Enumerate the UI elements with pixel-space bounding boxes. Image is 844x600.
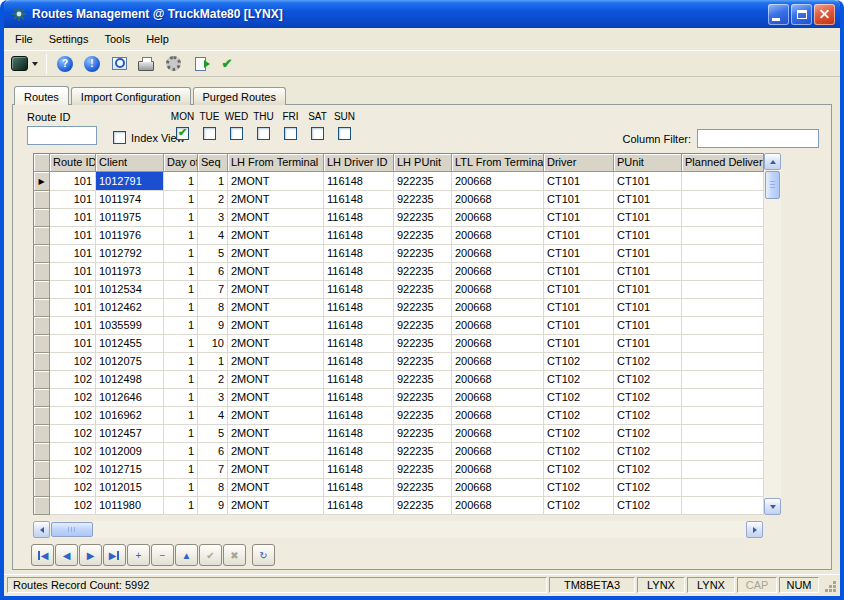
grid-cell[interactable]: 200668 [452, 371, 544, 389]
grid-cell[interactable]: CT101 [544, 191, 614, 209]
tab-purged-routes[interactable]: Purged Routes [193, 87, 286, 105]
column-header-lh-punit[interactable]: LH PUnit [394, 154, 452, 172]
grid-cell[interactable]: CT101 [544, 227, 614, 245]
grid-cell[interactable]: CT101 [544, 281, 614, 299]
table-row[interactable]: 1021012646132MONT116148922235200668CT102… [34, 389, 764, 407]
grid-cell[interactable]: 2MONT [228, 389, 324, 407]
grid-cell[interactable]: 922235 [394, 172, 452, 191]
grid-cell[interactable]: 922235 [394, 299, 452, 317]
grid-cell[interactable]: 116148 [324, 209, 394, 227]
grid-cell[interactable]: 101 [50, 245, 96, 263]
nav-insert-button[interactable]: + [127, 544, 150, 566]
grid-cell[interactable]: 4 [198, 227, 228, 245]
grid-cell[interactable]: 200668 [452, 497, 544, 515]
column-header-lh-driver-id[interactable]: LH Driver ID [324, 154, 394, 172]
grid-cell[interactable]: 102 [50, 461, 96, 479]
grid-cell[interactable]: 116148 [324, 317, 394, 335]
grid-cell[interactable]: 101 [50, 172, 96, 191]
grid-cell[interactable]: 4 [198, 407, 228, 425]
nav-first-button[interactable]: ◀ [31, 544, 54, 566]
grid-cell[interactable]: 922235 [394, 389, 452, 407]
grid-cell[interactable]: 1 [164, 245, 198, 263]
grid-cell[interactable] [682, 335, 764, 353]
table-row[interactable]: 1021012015182MONT116148922235200668CT102… [34, 479, 764, 497]
app-menu-button[interactable] [8, 52, 40, 76]
grid-cell[interactable]: 1011975 [96, 209, 164, 227]
grid-cell[interactable] [682, 281, 764, 299]
grid-cell[interactable]: 922235 [394, 461, 452, 479]
grid-cell[interactable]: 200668 [452, 191, 544, 209]
grid-cell[interactable]: CT102 [544, 389, 614, 407]
grid-cell[interactable]: CT101 [614, 245, 682, 263]
grid-cell[interactable]: CT101 [544, 299, 614, 317]
grid-cell[interactable]: 200668 [452, 443, 544, 461]
grid-cell[interactable]: 6 [198, 443, 228, 461]
grid-cell[interactable]: 922235 [394, 479, 452, 497]
grid-cell[interactable] [682, 479, 764, 497]
grid-cell[interactable]: 200668 [452, 281, 544, 299]
grid-cell[interactable]: 1 [164, 353, 198, 371]
grid-cell[interactable]: 1012075 [96, 353, 164, 371]
grid-cell[interactable]: 1012455 [96, 335, 164, 353]
export-button[interactable] [188, 52, 212, 76]
scroll-left-button[interactable] [33, 521, 50, 538]
grid-cell[interactable]: 200668 [452, 335, 544, 353]
grid-cell[interactable]: 1012498 [96, 371, 164, 389]
grid-cell[interactable]: 116148 [324, 479, 394, 497]
grid-cell[interactable]: CT101 [544, 335, 614, 353]
grid-cell[interactable]: 1 [164, 263, 198, 281]
grid-cell[interactable]: 1 [164, 425, 198, 443]
nav-next-button[interactable]: ▶ [79, 544, 102, 566]
table-row[interactable]: 1011012462182MONT116148922235200668CT101… [34, 299, 764, 317]
grid-cell[interactable]: 1012009 [96, 443, 164, 461]
grid-cell[interactable]: 922235 [394, 407, 452, 425]
grid-cell[interactable]: 1011980 [96, 497, 164, 515]
grid-cell[interactable]: 2MONT [228, 281, 324, 299]
grid-cell[interactable]: 116148 [324, 461, 394, 479]
menu-item-help[interactable]: Help [138, 30, 177, 48]
grid-cell[interactable]: 116148 [324, 425, 394, 443]
grid-cell[interactable]: 1012534 [96, 281, 164, 299]
grid-cell[interactable]: 8 [198, 299, 228, 317]
table-row[interactable]: 1011035599192MONT116148922235200668CT101… [34, 317, 764, 335]
grid-cell[interactable]: 200668 [452, 353, 544, 371]
grid-cell[interactable]: CT102 [544, 371, 614, 389]
table-row[interactable]: 1021012715172MONT116148922235200668CT102… [34, 461, 764, 479]
grid-cell[interactable]: 102 [50, 425, 96, 443]
title-bar[interactable]: Routes Management @ TruckMate80 [LYNX] [4, 0, 840, 28]
grid-cell[interactable]: 1 [164, 497, 198, 515]
grid-cell[interactable]: 200668 [452, 317, 544, 335]
grid-cell[interactable] [682, 317, 764, 335]
grid-cell[interactable]: 102 [50, 443, 96, 461]
grid-cell[interactable]: CT102 [614, 407, 682, 425]
grid-cell[interactable]: CT101 [614, 263, 682, 281]
grid-cell[interactable]: CT102 [614, 353, 682, 371]
grid-cell[interactable]: CT101 [614, 227, 682, 245]
grid-cell[interactable]: CT102 [614, 371, 682, 389]
grid-cell[interactable]: CT101 [614, 299, 682, 317]
grid-cell[interactable]: 1035599 [96, 317, 164, 335]
grid-cell[interactable]: 7 [198, 281, 228, 299]
grid-cell[interactable]: 2MONT [228, 407, 324, 425]
grid-cell[interactable] [682, 353, 764, 371]
close-button[interactable] [814, 4, 835, 25]
day-checkbox-sun[interactable] [338, 127, 351, 140]
table-row[interactable]: ▶1011012791112MONT116148922235200668CT10… [34, 172, 764, 191]
grid-cell[interactable]: 922235 [394, 281, 452, 299]
column-filter-input[interactable] [697, 129, 819, 148]
grid-cell[interactable]: 101 [50, 227, 96, 245]
grid-cell[interactable] [682, 497, 764, 515]
table-row[interactable]: 1021012075112MONT116148922235200668CT102… [34, 353, 764, 371]
grid-cell[interactable]: 2 [198, 191, 228, 209]
grid-cell[interactable]: 116148 [324, 245, 394, 263]
grid-cell[interactable] [682, 209, 764, 227]
grid-cell[interactable]: CT102 [614, 389, 682, 407]
tab-import-configuration[interactable]: Import Configuration [71, 87, 191, 105]
grid-cell[interactable]: 200668 [452, 389, 544, 407]
column-header-planned-delivery[interactable]: Planned Delivery [682, 154, 764, 172]
horizontal-scroll-thumb[interactable] [51, 522, 93, 537]
grid-cell[interactable]: 1 [164, 299, 198, 317]
grid-cell[interactable]: 116148 [324, 371, 394, 389]
grid-cell[interactable]: 1012646 [96, 389, 164, 407]
grid-cell[interactable]: 1012462 [96, 299, 164, 317]
